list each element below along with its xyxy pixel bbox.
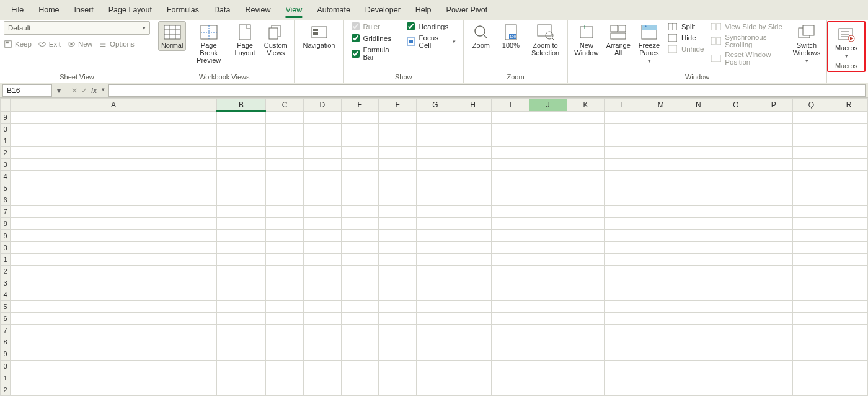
cell-I10[interactable] [492, 123, 529, 135]
cell-O29[interactable] [717, 348, 755, 360]
cell-D11[interactable] [304, 135, 342, 146]
cell-I17[interactable] [492, 206, 529, 218]
cell-D24[interactable] [304, 289, 342, 300]
cell-F27[interactable] [379, 325, 417, 336]
cell-F12[interactable] [379, 146, 417, 158]
tab-file[interactable]: File [4, 0, 31, 20]
cell-R29[interactable] [830, 348, 868, 360]
tab-help[interactable]: Help [408, 0, 439, 20]
custom-views-button[interactable]: Custom Views [261, 21, 290, 58]
cell-G12[interactable] [416, 146, 454, 158]
cell-O14[interactable] [717, 171, 755, 182]
cell-F26[interactable] [379, 313, 417, 325]
cell-M30[interactable] [642, 360, 680, 372]
cell-E12[interactable] [341, 146, 379, 158]
cell-I14[interactable] [492, 171, 529, 182]
cell-Q27[interactable] [792, 325, 830, 336]
cell-N23[interactable] [680, 277, 717, 289]
cell-C20[interactable] [266, 241, 304, 253]
cell-Q31[interactable] [792, 372, 830, 384]
cell-Q10[interactable] [792, 123, 830, 135]
cell-N32[interactable] [680, 384, 717, 395]
column-header-B[interactable]: B [216, 99, 266, 112]
cell-P30[interactable] [755, 360, 792, 372]
cell-M22[interactable] [642, 265, 680, 277]
cell-A27[interactable] [10, 325, 216, 336]
cell-D28[interactable] [304, 336, 342, 348]
cell-J17[interactable] [529, 206, 567, 218]
cell-F19[interactable] [379, 230, 417, 241]
cell-I16[interactable] [492, 194, 529, 206]
cell-A28[interactable] [10, 336, 216, 348]
cell-F22[interactable] [379, 265, 417, 277]
cell-B18[interactable] [216, 218, 266, 230]
cell-Q15[interactable] [792, 182, 830, 194]
cell-K12[interactable] [567, 146, 604, 158]
cell-C12[interactable] [266, 146, 304, 158]
cell-L15[interactable] [604, 182, 642, 194]
cell-H16[interactable] [454, 194, 492, 206]
cell-A17[interactable] [10, 206, 216, 218]
cell-J20[interactable] [529, 241, 567, 253]
cell-L11[interactable] [604, 135, 642, 146]
cell-H29[interactable] [454, 348, 492, 360]
cell-J30[interactable] [529, 360, 567, 372]
cell-L26[interactable] [604, 313, 642, 325]
cell-O22[interactable] [717, 265, 755, 277]
cell-K29[interactable] [567, 348, 604, 360]
cell-M32[interactable] [642, 384, 680, 395]
cell-A23[interactable] [10, 277, 216, 289]
cell-J15[interactable] [529, 182, 567, 194]
cell-E20[interactable] [341, 241, 379, 253]
cell-O25[interactable] [717, 301, 755, 313]
cell-F32[interactable] [379, 384, 417, 395]
cell-K24[interactable] [567, 289, 604, 300]
cell-M23[interactable] [642, 277, 680, 289]
cell-D20[interactable] [304, 241, 342, 253]
cell-O21[interactable] [717, 253, 755, 265]
cell-H10[interactable] [454, 123, 492, 135]
cell-R14[interactable] [830, 171, 868, 182]
column-header-N[interactable]: N [680, 99, 717, 112]
cell-C28[interactable] [266, 336, 304, 348]
cell-J11[interactable] [529, 135, 567, 146]
cell-P16[interactable] [755, 194, 792, 206]
cell-B17[interactable] [216, 206, 266, 218]
cell-P13[interactable] [755, 158, 792, 170]
column-header-O[interactable]: O [717, 99, 755, 112]
sheet-view-dropdown[interactable]: Default ▾ [4, 21, 150, 35]
cell-J29[interactable] [529, 348, 567, 360]
cell-L13[interactable] [604, 158, 642, 170]
cell-E26[interactable] [341, 313, 379, 325]
tab-review[interactable]: Review [237, 0, 278, 20]
cell-A30[interactable] [10, 360, 216, 372]
cell-K15[interactable] [567, 182, 604, 194]
cell-D21[interactable] [304, 253, 342, 265]
cell-H32[interactable] [454, 384, 492, 395]
cell-H12[interactable] [454, 146, 492, 158]
cell-R17[interactable] [830, 206, 868, 218]
cell-E24[interactable] [341, 289, 379, 300]
cell-I30[interactable] [492, 360, 529, 372]
cell-L9[interactable] [604, 111, 642, 123]
cell-A24[interactable] [10, 289, 216, 300]
cell-E25[interactable] [341, 301, 379, 313]
cell-O17[interactable] [717, 206, 755, 218]
column-header-D[interactable]: D [304, 99, 342, 112]
formula-input[interactable] [108, 84, 866, 97]
cell-R19[interactable] [830, 230, 868, 241]
cell-H21[interactable] [454, 253, 492, 265]
gridlines-checkbox[interactable]: Gridlines [352, 34, 397, 42]
cell-K32[interactable] [567, 384, 604, 395]
cell-P17[interactable] [755, 206, 792, 218]
cell-K11[interactable] [567, 135, 604, 146]
cell-P19[interactable] [755, 230, 792, 241]
cell-Q16[interactable] [792, 194, 830, 206]
keep-button[interactable]: Keep [4, 40, 32, 48]
cell-J16[interactable] [529, 194, 567, 206]
cell-N26[interactable] [680, 313, 717, 325]
formula-bar-checkbox[interactable]: Formula Bar [352, 46, 397, 61]
normal-view-button[interactable]: Normal [158, 21, 186, 51]
cell-L18[interactable] [604, 218, 642, 230]
cell-A31[interactable] [10, 372, 216, 384]
